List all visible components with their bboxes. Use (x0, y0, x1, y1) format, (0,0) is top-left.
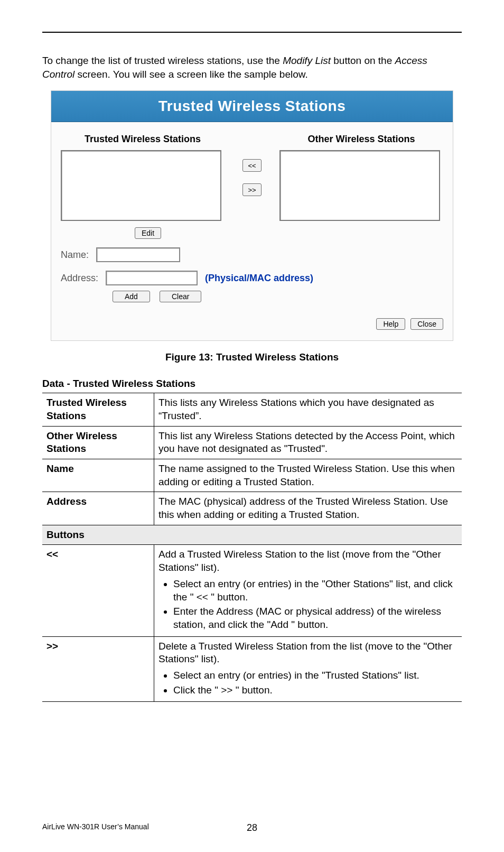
trusted-list[interactable] (61, 150, 221, 221)
close-button[interactable]: Close (410, 318, 443, 330)
table-row: << Add a Trusted Wireless Station to the… (42, 545, 462, 636)
footer-page: 28 (247, 822, 257, 834)
bullet: Select an entry (or entries) in the "Tru… (173, 669, 458, 682)
other-list[interactable] (279, 150, 440, 221)
table-row: Other Wireless Stations This list any Wi… (42, 426, 462, 459)
cell-label: Name (42, 459, 154, 492)
cell-label: Other Wireless Stations (42, 426, 154, 459)
cell-label: >> (42, 636, 154, 702)
cell-desc: The MAC (physical) address of the Truste… (154, 492, 462, 525)
cell-label: Trusted Wireless Stations (42, 393, 154, 426)
footer: AirLive WN-301R User’s Manual 28 (42, 822, 462, 831)
top-rule (42, 32, 462, 33)
bullet: Select an entry (or entries) in the "Oth… (173, 578, 458, 604)
cell-desc: Add a Trusted Wireless Station to the li… (154, 545, 462, 636)
screenshot-panel: Trusted Wireless Stations Trusted Wirele… (51, 90, 453, 341)
intro-part1: To change the list of trusted wireless s… (42, 55, 283, 66)
intro-text: To change the list of trusted wireless s… (42, 54, 462, 81)
other-heading: Other Wireless Stations (279, 134, 443, 145)
table-subheader: Buttons (42, 525, 462, 545)
data-heading: Data - Trusted Wireless Stations (42, 378, 462, 390)
move-right-button[interactable]: >> (242, 183, 262, 196)
address-label: Address: (61, 273, 98, 284)
figure-caption: Figure 13: Trusted Wireless Stations (42, 351, 462, 363)
table-row: Address The MAC (physical) address of th… (42, 492, 462, 525)
cell-desc: This lists any Wireless Stations which y… (154, 393, 462, 426)
edit-button[interactable]: Edit (135, 227, 161, 239)
bullet: Enter the Address (MAC or physical addre… (173, 605, 458, 631)
name-label: Name: (61, 249, 89, 261)
trusted-heading: Trusted Wireless Stations (61, 134, 225, 145)
address-input[interactable] (106, 271, 198, 285)
row-main: Add a Trusted Wireless Station to the li… (158, 549, 441, 573)
cell-desc: Delete a Trusted Wireless Station from t… (154, 636, 462, 702)
intro-italic1: Modify List (283, 55, 331, 66)
cell-desc: This list any Wireless Stations detected… (154, 426, 462, 459)
intro-part2: button on the (331, 55, 395, 66)
cell-label: << (42, 545, 154, 636)
bullet: Click the " >> " button. (173, 684, 458, 697)
mac-note: (Physical/MAC address) (205, 273, 313, 284)
help-button[interactable]: Help (376, 318, 405, 330)
cell-label: Address (42, 492, 154, 525)
titlebar: Trusted Wireless Stations (51, 91, 453, 122)
footer-manual: AirLive WN-301R User’s Manual (42, 822, 149, 831)
add-button[interactable]: Add (113, 291, 150, 302)
intro-part3: screen. You will see a screen like the s… (74, 69, 307, 80)
table-row: Name The name assigned to the Trusted Wi… (42, 459, 462, 492)
titlebar-text: Trusted Wireless Stations (158, 98, 346, 115)
name-input[interactable] (96, 247, 180, 262)
row-main: Delete a Trusted Wireless Station from t… (158, 641, 452, 665)
data-table: Trusted Wireless Stations This lists any… (42, 393, 462, 702)
table-row: Trusted Wireless Stations This lists any… (42, 393, 462, 426)
table-row: >> Delete a Trusted Wireless Station fro… (42, 636, 462, 702)
move-left-button[interactable]: << (242, 159, 262, 172)
cell-desc: The name assigned to the Trusted Wireles… (154, 459, 462, 492)
buttons-header: Buttons (42, 525, 462, 545)
clear-button[interactable]: Clear (160, 291, 201, 302)
